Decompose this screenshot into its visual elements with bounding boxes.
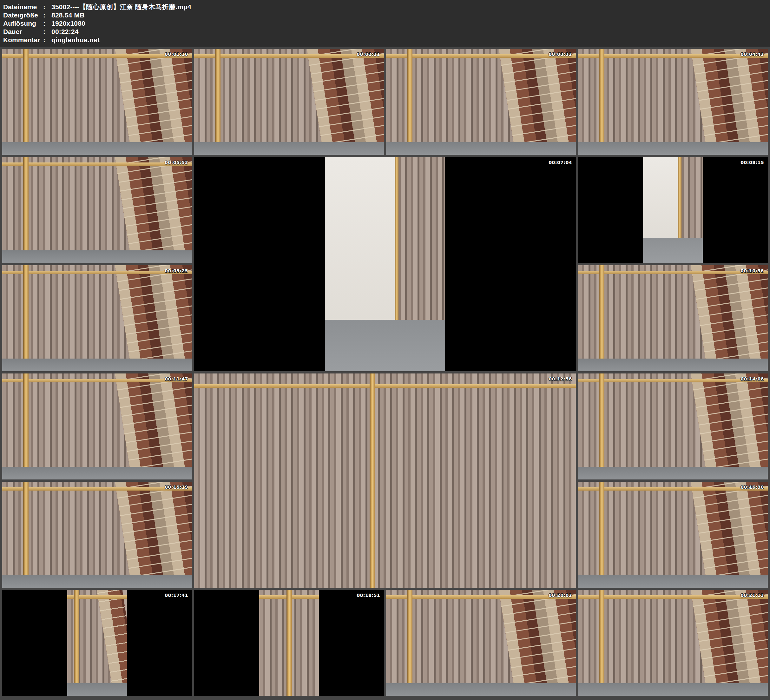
wood-pole [74, 590, 79, 696]
video-frame-placeholder [259, 590, 319, 696]
timestamp-badge: 00:21:13 [741, 593, 764, 598]
meta-row-comment: Kommentar : qinglanhua.net [3, 36, 770, 44]
wood-rig-bar [2, 162, 192, 166]
wood-pole [599, 265, 604, 371]
wood-rig-bar [194, 384, 576, 388]
timestamp-badge: 00:18:51 [357, 593, 380, 598]
wood-rig-bar [194, 54, 384, 58]
timestamp-badge: 00:07:04 [548, 160, 572, 165]
floor [643, 238, 703, 263]
wood-rig-bar [578, 379, 768, 382]
wood-pole [286, 590, 292, 696]
video-frame-placeholder [386, 49, 576, 155]
comment-value: qinglanhua.net [52, 36, 100, 44]
meta-label: Dauer [3, 28, 43, 36]
timestamp-badge: 00:08:15 [741, 160, 764, 165]
timestamp-badge: 00:02:21 [357, 52, 380, 57]
video-frame-placeholder [194, 49, 384, 155]
video-thumbnail: 00:17:41 [2, 590, 192, 696]
floor [2, 250, 192, 263]
video-frame-placeholder [578, 49, 768, 155]
video-frame-placeholder [643, 157, 703, 263]
wood-pole [23, 265, 29, 371]
wood-pole [370, 373, 375, 588]
meta-row-resolution: Auflösung : 1920x1080 [3, 19, 770, 28]
meta-label: Dateiname [3, 3, 43, 11]
floor [67, 683, 127, 696]
video-thumbnail: 00:10:36 [578, 265, 768, 371]
video-thumbnail: 00:08:15 [578, 157, 768, 263]
wood-rig-bar [578, 595, 768, 599]
wood-rig-bar [2, 379, 192, 382]
meta-separator: : [43, 3, 52, 11]
video-frame-placeholder [578, 265, 768, 371]
floor [325, 320, 445, 371]
floor [386, 683, 576, 696]
meta-row-filesize: Dateigröße : 828.54 MB [3, 11, 770, 19]
floor [578, 575, 768, 588]
video-frame-placeholder [578, 373, 768, 480]
timestamp-badge: 00:01:10 [165, 52, 188, 57]
video-frame-placeholder [325, 157, 445, 371]
timestamp-badge: 00:16:30 [741, 484, 764, 489]
timestamp-badge: 00:12:58 [548, 376, 572, 381]
meta-label: Dateigröße [3, 11, 43, 19]
video-frame-placeholder [578, 590, 768, 696]
duration-value: 00:22:24 [52, 28, 79, 36]
timestamp-badge: 00:10:36 [741, 268, 764, 273]
timestamp-badge: 00:04:42 [741, 52, 764, 57]
video-frame-placeholder [2, 265, 192, 371]
filename-value: 35002----【随心原创】江奈 随身木马折磨.mp4 [52, 3, 191, 11]
metadata-header: Dateiname : 35002----【随心原创】江奈 随身木马折磨.mp4… [0, 0, 770, 47]
wood-pole [599, 482, 604, 588]
video-thumbnail: 00:09:25 [2, 265, 192, 371]
video-thumbnail: 00:15:19 [2, 482, 192, 588]
thumbnail-grid: 00:01:10 00:02:21 00:03:32 [0, 47, 770, 698]
video-thumbnail: 00:16:30 [578, 482, 768, 588]
video-frame-placeholder [194, 373, 576, 588]
wood-rig-bar [2, 487, 192, 491]
video-thumbnail: 00:02:21 [194, 49, 384, 155]
wood-pole [23, 49, 29, 155]
video-thumbnail: 00:11:47 [2, 373, 192, 480]
floor [2, 575, 192, 588]
wood-rig-bar [386, 595, 576, 599]
wood-rig-bar [578, 487, 768, 491]
meta-row-filename: Dateiname : 35002----【随心原创】江奈 随身木马折磨.mp4 [3, 3, 770, 11]
meta-label: Kommentar [3, 36, 43, 44]
wood-rig-bar [578, 271, 768, 274]
wood-pole [599, 373, 604, 480]
wood-rig-bar [2, 54, 192, 58]
video-frame-placeholder [578, 482, 768, 588]
video-thumbnail: 00:20:02 [386, 590, 576, 696]
floor [194, 142, 384, 155]
video-frame-placeholder [2, 373, 192, 480]
meta-separator: : [43, 19, 52, 28]
floor [578, 358, 768, 371]
video-thumbnail: 00:01:10 [2, 49, 192, 155]
video-frame-placeholder [2, 482, 192, 588]
wood-rig-bar [578, 54, 768, 58]
floor [578, 683, 768, 696]
timestamp-badge: 00:03:32 [548, 52, 572, 57]
wood-pole [599, 49, 604, 155]
floor [578, 467, 768, 480]
video-frame-placeholder [2, 49, 192, 155]
wood-rig-bar [386, 54, 576, 58]
wood-pole [23, 157, 29, 263]
curtain-backdrop [194, 373, 576, 588]
video-frame-placeholder [386, 590, 576, 696]
floor [578, 142, 768, 155]
timestamp-badge: 00:14:08 [741, 376, 764, 381]
timestamp-badge: 00:05:53 [165, 160, 188, 165]
video-thumbnail: 00:18:51 [194, 590, 384, 696]
wood-pole [407, 590, 412, 696]
meta-separator: : [43, 28, 52, 36]
timestamp-badge: 00:09:25 [165, 268, 188, 273]
timestamp-badge: 00:11:47 [165, 376, 188, 381]
floor [386, 142, 576, 155]
video-thumbnail: 00:03:32 [386, 49, 576, 155]
video-thumbnail: 00:04:42 [578, 49, 768, 155]
timestamp-badge: 00:17:41 [165, 593, 188, 598]
video-thumbnail: 00:12:58 [194, 373, 576, 588]
